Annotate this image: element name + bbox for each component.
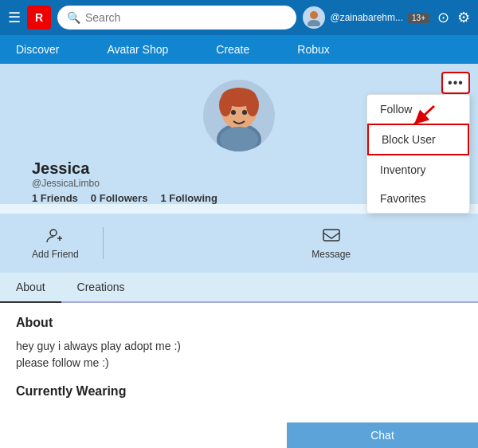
settings-icon[interactable]: ⚙: [457, 9, 470, 26]
svg-point-12: [50, 230, 57, 236]
dropdown-inventory[interactable]: Inventory: [367, 155, 469, 184]
message-label: Message: [311, 249, 351, 260]
action-divider: [103, 227, 104, 259]
profile-avatar: [203, 80, 275, 151]
friends-label: Friends: [41, 192, 78, 204]
top-right-controls: @zainabarehm... 13+ ⊙ ⚙: [303, 6, 470, 29]
message-button[interactable]: Message: [296, 220, 462, 266]
user-avatar: [303, 6, 325, 29]
followers-label: Followers: [100, 192, 148, 204]
search-box[interactable]: 🔍: [57, 6, 296, 29]
robux-icon[interactable]: ⊙: [437, 9, 449, 26]
svg-point-7: [231, 110, 236, 115]
nav-discover[interactable]: Discover: [16, 37, 59, 62]
user-info[interactable]: @zainabarehm... 13+: [303, 6, 429, 29]
svg-point-8: [242, 110, 247, 115]
top-bar: ☰ R 🔍 @zainabarehm... 13+ ⊙ ⚙: [0, 0, 478, 35]
currently-wearing-title: Currently Wearing: [16, 384, 462, 399]
following-stat: 1 Following: [160, 192, 217, 204]
nav-robux[interactable]: Robux: [297, 37, 329, 62]
add-friend-label: Add Friend: [32, 249, 79, 260]
more-options-button[interactable]: •••: [441, 72, 470, 94]
nav-avatar-shop[interactable]: Avatar Shop: [107, 37, 168, 62]
svg-point-10: [220, 127, 258, 151]
bio-line-1: hey guy i always play adopt me :): [16, 338, 462, 355]
hamburger-icon[interactable]: ☰: [8, 9, 21, 26]
friends-stat: 1 Friends: [32, 192, 78, 204]
followers-stat: 0 Followers: [91, 192, 148, 204]
search-icon: 🔍: [67, 11, 80, 24]
svg-line-11: [414, 106, 434, 124]
tab-creations[interactable]: Creations: [61, 273, 141, 301]
svg-point-6: [246, 94, 259, 116]
svg-point-1: [308, 20, 320, 26]
tab-about[interactable]: About: [0, 273, 61, 301]
username-label: @zainabarehm...: [330, 12, 403, 23]
age-badge: 13+: [408, 13, 429, 23]
profile-background: Jessica @JessicaLimbo 1 Friends 0 Follow…: [0, 64, 478, 204]
chat-bar[interactable]: Chat: [287, 422, 478, 448]
dropdown-favorites[interactable]: Favorites: [367, 184, 469, 213]
svg-point-0: [310, 11, 318, 19]
bio-line-2: please follow me :): [16, 355, 462, 371]
following-label: Following: [169, 192, 217, 204]
add-friend-button[interactable]: Add Friend: [16, 220, 95, 266]
action-buttons: Add Friend Message: [0, 214, 478, 273]
nav-create[interactable]: Create: [216, 37, 249, 62]
svg-point-5: [219, 94, 232, 116]
nav-bar: Discover Avatar Shop Create Robux: [0, 35, 478, 64]
arrow-indicator: [406, 102, 438, 137]
roblox-logo: R: [27, 6, 51, 29]
profile-tabs: About Creations: [0, 273, 478, 303]
search-input[interactable]: [85, 11, 287, 24]
about-section-title: About: [16, 316, 462, 330]
